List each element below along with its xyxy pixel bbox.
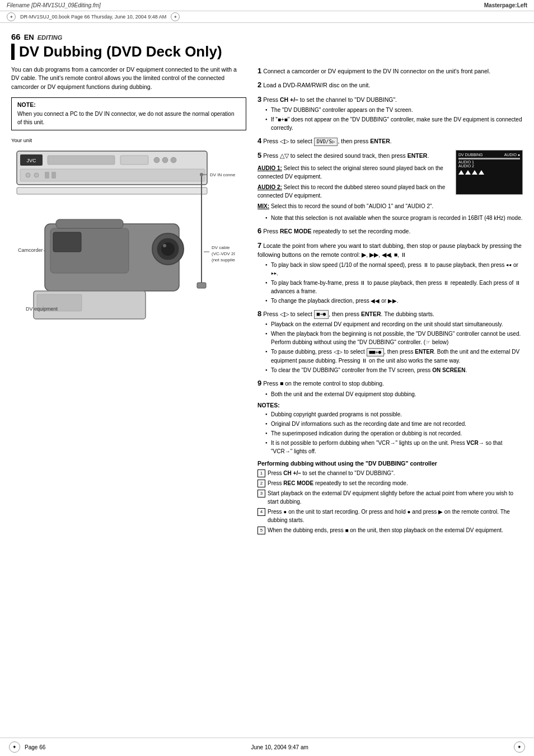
step-7-bullet-1: To play back in slow speed (1/10 of the …	[265, 261, 523, 278]
perf-num-1: 1	[257, 469, 265, 477]
step-7-bullet-2: To play back frame-by-frame, press ⏸ to …	[265, 279, 523, 295]
perf-text-2: Press REC MODE repeatedly to set the rec…	[268, 479, 408, 487]
perf-text-3: Start playback on the external DV equipm…	[268, 489, 523, 506]
step-8-bullet-2: When the playback from the beginning is …	[265, 330, 523, 346]
intro-text: You can dub programs from a camcorder or…	[11, 65, 246, 92]
right-column: 1 Connect a camcorder or DV equipment to…	[257, 65, 523, 536]
tv-bar-1	[458, 158, 520, 159]
step-3-bullet-2: If "■+■" does not appear on the "DV DUBB…	[265, 115, 523, 132]
tv-screenshot: DV DUBBING AUDIO ● AUDIO 1AUDIO 2	[456, 150, 523, 195]
footer-bar: ✦ Page 66 June 10, 2004 9:47 am ✦	[0, 738, 534, 756]
step-5-text: Press △▽ to select the desired sound tra…	[263, 152, 429, 159]
step-1: 1 Connect a camcorder or DV equipment to…	[257, 65, 523, 77]
perf-num-3: 3	[257, 490, 265, 497]
step-9-text: Press ■ on the remote control to stop du…	[263, 380, 384, 387]
audio-2-label: AUDIO 2:	[257, 184, 282, 190]
step-3-bullet-1: The "DV DUBBING" controller appears on t…	[265, 106, 523, 114]
header-bar: Filename [DR-MV1SUJ_09Editing.fm] Master…	[0, 0, 534, 11]
tv-arrows	[458, 170, 520, 175]
audio-1: AUDIO 1: Select this to select the origi…	[257, 164, 450, 181]
section-label: EDITING	[38, 34, 63, 41]
step-7-bullet-3: To change the playback direction, press …	[265, 297, 523, 305]
perf-num-2: 2	[257, 480, 265, 487]
step-4-text: Press ◁▷ to select DVD/S▷, then press EN…	[263, 138, 392, 144]
step-9-num: 9	[257, 379, 261, 387]
step-9-bullets: Both the unit and the external DV equipm…	[265, 390, 523, 398]
step-5-bullets: Note that this selection is not availabl…	[265, 214, 523, 222]
step-2-num: 2	[257, 81, 261, 89]
audio-mix: MIX: Select this to record the sound of …	[257, 202, 450, 210]
perf-text-4: Press ● on the unit to start recording. …	[268, 508, 523, 524]
svg-point-27	[163, 244, 166, 247]
footer-left: ✦ Page 66	[9, 741, 45, 753]
page-content: 66 EN EDITING DV Dubbing (DVD Deck Only)…	[0, 23, 534, 547]
step-3-text: Press CH +/– to set the channel to "DV D…	[263, 96, 397, 103]
performing-item-1: 1 Press CH +/– to set the channel to "DV…	[257, 469, 523, 477]
step-2-text: Load a DVD-RAM/RW/R disc on the unit.	[263, 82, 370, 88]
step-4: 4 Press ◁▷ to select DVD/S▷, then press …	[257, 135, 523, 147]
step-8-icon-2: ■■+●	[367, 348, 385, 357]
notes-header: NOTES:	[257, 402, 523, 408]
diagram-svg: JVC DV IN conn	[11, 145, 235, 325]
step-2: 2 Load a DVD-RAM/RW/R disc on the unit.	[257, 79, 523, 91]
step-8: 8 Press ◁▷ to select ■→●, then press ENT…	[257, 308, 523, 375]
svg-text:DV cable: DV cable	[212, 245, 230, 250]
step-5-num: 5	[257, 151, 261, 159]
step-8-icon: ■→●	[314, 310, 329, 319]
perf-num-5: 5	[257, 527, 265, 534]
svg-point-26	[161, 242, 175, 256]
note-title: NOTE:	[17, 101, 240, 108]
svg-text:(not supplied): (not supplied)	[212, 257, 235, 262]
audio-1-label: AUDIO 1:	[257, 165, 282, 171]
step-1-text: Connect a camcorder or DV equipment to t…	[263, 68, 490, 74]
audio-mix-label: MIX:	[257, 203, 269, 209]
perf-text-1: Press CH +/– to set the channel to "DV D…	[268, 469, 395, 477]
your-unit-label: Your unit	[11, 137, 246, 143]
audio-2-text: Select this to record the dubbed stereo …	[257, 184, 445, 199]
step-5: 5 Press △▽ to select the desired sound t…	[257, 150, 450, 161]
note-box: NOTE: When you connect a PC to the DV IN…	[11, 97, 246, 130]
step-7: 7 Locate the point from where you want t…	[257, 240, 523, 305]
footer-date: June 10, 2004 9:47 am	[251, 744, 308, 750]
lang-label: EN	[24, 33, 34, 41]
tv-audio-text: AUDIO 1AUDIO 2	[458, 160, 520, 168]
performing-item-2: 2 Press REC MODE repeatedly to set the r…	[257, 479, 523, 487]
perf-text-5: When the dubbing ends, press ■ on the un…	[268, 526, 503, 534]
step-4-icon: DVD/S▷	[314, 138, 338, 147]
step-8-bullet-1: Playback on the external DV equipment an…	[265, 320, 523, 328]
step-8-bullets: Playback on the external DV equipment an…	[265, 320, 523, 374]
tv-text-1: DV DUBBING	[458, 153, 483, 157]
step-9-bullet-1: Both the unit and the external DV equipm…	[265, 390, 523, 398]
step-8-bullet-3: To pause dubbing, press ◁▷ to select ■■+…	[265, 348, 523, 365]
step-6: 6 Press REC MODE repeatedly to set the r…	[257, 226, 523, 237]
step-7-text: Locate the point from where you want to …	[257, 242, 522, 259]
press-label: Press	[263, 311, 278, 317]
step-5-row: 5 Press △▽ to select the desired sound t…	[257, 150, 523, 213]
performing-header: Performing dubbing without using the "DV…	[257, 460, 523, 467]
tv-arrow-4	[479, 170, 484, 175]
step-6-text: Press REC MODE repeatedly to set the rec…	[263, 228, 410, 234]
svg-rect-3	[48, 156, 115, 165]
notes-item-3: The superimposed indication during the o…	[265, 429, 523, 438]
svg-rect-4	[120, 156, 148, 165]
notes-item-4: It is not possible to perform dubbing wh…	[265, 439, 523, 456]
tv-arrow-1	[458, 170, 464, 175]
compass-icon-top-right: ✦	[171, 12, 180, 21]
step-8-num: 8	[257, 309, 261, 318]
svg-rect-13	[17, 187, 207, 194]
svg-rect-29	[53, 232, 81, 252]
performing-item-3: 3 Start playback on the external DV equi…	[257, 489, 523, 506]
footer-page-label: Page 66	[25, 744, 45, 750]
svg-point-16	[200, 173, 203, 176]
subheader-text: DR-MV1SUJ_00.book Page 66 Thursday, June…	[20, 14, 166, 20]
tv-screenshot-inner: DV DUBBING AUDIO ● AUDIO 1AUDIO 2	[456, 151, 522, 177]
step-5-content: 5 Press △▽ to select the desired sound t…	[257, 150, 450, 213]
step-9: 9 Press ■ on the remote control to stop …	[257, 378, 523, 398]
two-col-layout: You can dub programs from a camcorder or…	[11, 65, 523, 536]
step-5-bullet-1: Note that this selection is not availabl…	[265, 214, 523, 222]
svg-text:Camcorder: Camcorder	[18, 247, 43, 253]
notes-item-2: Original DV informations such as the rec…	[265, 420, 523, 428]
audio-2: AUDIO 2: Select this to record the dubbe…	[257, 183, 450, 200]
performing-item-4: 4 Press ● on the unit to start recording…	[257, 508, 523, 524]
svg-point-5	[154, 157, 160, 163]
